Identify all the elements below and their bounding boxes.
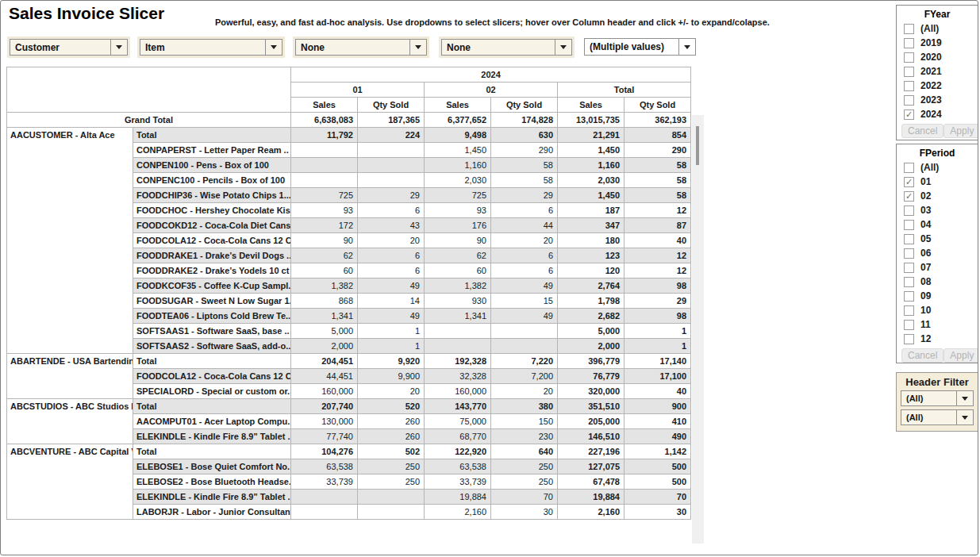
value-cell: 2,160 xyxy=(425,505,491,520)
unchecked-checkbox-icon[interactable] xyxy=(904,24,914,34)
value-cell: 58 xyxy=(625,173,691,188)
measure-header-sales: Sales xyxy=(291,98,358,113)
chevron-down-icon[interactable] xyxy=(956,391,973,405)
chevron-down-icon[interactable] xyxy=(110,40,127,55)
value-cell: 123 xyxy=(558,248,625,263)
fperiod-option-08[interactable]: 08 xyxy=(897,275,978,289)
period-column-header-01[interactable]: 01 xyxy=(291,83,425,98)
value-cell: 725 xyxy=(425,188,491,203)
vertical-scrollbar[interactable] xyxy=(692,115,704,544)
measure-header-qty: Qty Sold xyxy=(491,98,558,113)
fperiod-option-all[interactable]: (All) xyxy=(897,160,978,175)
fyear-option-2024[interactable]: ✓2024 xyxy=(897,107,978,121)
unchecked-checkbox-icon[interactable] xyxy=(904,163,914,173)
chevron-down-icon[interactable] xyxy=(555,40,571,55)
value-cell: 70 xyxy=(491,490,558,505)
unchecked-checkbox-icon[interactable] xyxy=(904,67,914,77)
fyear-option-2019[interactable]: 2019 xyxy=(897,36,978,50)
slicer-dropdown-1[interactable]: Customer xyxy=(10,39,128,56)
option-label: 02 xyxy=(920,190,931,202)
unchecked-checkbox-icon[interactable] xyxy=(904,248,914,259)
fperiod-option-11[interactable]: 11 xyxy=(897,317,978,332)
fyear-option-2020[interactable]: 2020 xyxy=(897,50,978,64)
fperiod-option-10[interactable]: 10 xyxy=(897,303,978,317)
item-label: FOODKCOF35 - Coffee K-Cup Sampl.. xyxy=(133,278,291,294)
grand-total-row: Grand Total 6,638,083 187,365 6,377,652 … xyxy=(7,113,691,128)
value-cell: 21,291 xyxy=(558,128,625,143)
item-label: FOODCHOC - Hershey Chocolate Kis.. xyxy=(133,203,291,218)
value-cell: 122,920 xyxy=(425,444,491,459)
value-cell: 13,015,735 xyxy=(558,113,625,128)
fperiod-option-12[interactable]: 12 xyxy=(897,332,978,346)
unchecked-checkbox-icon[interactable] xyxy=(904,95,914,106)
fperiod-cancel-button[interactable]: Cancel xyxy=(901,348,943,363)
fperiod-option-02[interactable]: ✓02 xyxy=(897,189,978,203)
total-row-label: Total xyxy=(133,399,291,414)
fyear-option-2023[interactable]: 2023 xyxy=(897,93,978,107)
item-label: FOODTEA06 - Liptons Cold Brew Te.. xyxy=(133,309,291,324)
fyear-apply-button[interactable]: Apply xyxy=(943,124,978,138)
table-row: ABCVENTURE - ABC Capital VenturesTotal10… xyxy=(7,444,691,459)
slicer-dropdown-3[interactable]: None xyxy=(295,39,427,56)
value-cell: 1,160 xyxy=(558,158,625,173)
period-column-header-total[interactable]: Total xyxy=(558,83,691,98)
fyear-option-2022[interactable]: 2022 xyxy=(897,79,978,93)
value-cell: 12 xyxy=(625,248,691,263)
period-column-header-02[interactable]: 02 xyxy=(425,83,558,98)
checked-checkbox-icon[interactable]: ✓ xyxy=(904,109,914,120)
unchecked-checkbox-icon[interactable] xyxy=(904,81,914,91)
value-cell: 1,450 xyxy=(558,188,625,203)
slicer-dropdown-4[interactable]: None xyxy=(441,39,572,56)
value-cell: 11,792 xyxy=(291,128,358,143)
fperiod-option-04[interactable]: 04 xyxy=(897,217,978,232)
customer-label: ABCSTUDIOS - ABC Studios Inc xyxy=(7,399,133,444)
fyear-cancel-button[interactable]: Cancel xyxy=(901,124,943,138)
unchecked-checkbox-icon[interactable] xyxy=(904,263,914,273)
year-column-header[interactable]: 2024 xyxy=(291,67,691,83)
unchecked-checkbox-icon[interactable] xyxy=(904,206,914,216)
value-cell: 900 xyxy=(625,399,691,414)
fperiod-option-09[interactable]: 09 xyxy=(897,289,978,303)
chevron-down-icon[interactable] xyxy=(265,40,282,55)
unchecked-checkbox-icon[interactable] xyxy=(904,234,914,244)
checked-checkbox-icon[interactable]: ✓ xyxy=(904,177,914,187)
header-filter-dropdown-1[interactable]: (All) xyxy=(901,390,974,406)
fyear-option-2021[interactable]: 2021 xyxy=(897,64,978,79)
unchecked-checkbox-icon[interactable] xyxy=(904,52,914,63)
chevron-down-icon[interactable] xyxy=(409,40,426,55)
value-cell xyxy=(358,143,425,158)
value-cell: 130,000 xyxy=(291,414,358,429)
value-cell: 12 xyxy=(625,263,691,278)
unchecked-checkbox-icon[interactable] xyxy=(904,220,914,230)
chevron-down-icon[interactable] xyxy=(956,410,973,424)
header-filter-dropdown-2[interactable]: (All) xyxy=(901,409,974,425)
value-cell: 63,538 xyxy=(425,459,491,474)
unchecked-checkbox-icon[interactable] xyxy=(904,277,914,287)
checked-checkbox-icon[interactable]: ✓ xyxy=(904,191,914,202)
fperiod-option-05[interactable]: 05 xyxy=(897,232,978,246)
value-cell: 44,451 xyxy=(291,369,358,384)
fperiod-option-06[interactable]: 06 xyxy=(897,246,978,260)
header-filter-dropdown-2-value: (All) xyxy=(901,410,956,424)
value-cell: 320,000 xyxy=(558,384,625,399)
value-cell: 490 xyxy=(625,429,691,444)
unchecked-checkbox-icon[interactable] xyxy=(904,305,914,316)
measures-dropdown[interactable]: (Multiple values) xyxy=(584,38,696,56)
value-cell: 207,740 xyxy=(291,399,358,414)
fperiod-apply-button[interactable]: Apply xyxy=(943,348,978,363)
fperiod-option-01[interactable]: ✓01 xyxy=(897,175,978,189)
unchecked-checkbox-icon[interactable] xyxy=(904,38,914,48)
fperiod-option-03[interactable]: 03 xyxy=(897,203,978,217)
scrollbar-thumb[interactable] xyxy=(696,126,699,165)
unchecked-checkbox-icon[interactable] xyxy=(904,320,914,330)
slicer-dropdown-2[interactable]: Item xyxy=(140,39,282,56)
value-cell: 29 xyxy=(625,294,691,309)
unchecked-checkbox-icon[interactable] xyxy=(904,334,914,344)
fyear-option-all[interactable]: (All) xyxy=(897,21,978,36)
option-label: 2021 xyxy=(920,66,942,77)
fperiod-option-07[interactable]: 07 xyxy=(897,260,978,275)
unchecked-checkbox-icon[interactable] xyxy=(904,291,914,302)
value-cell: 5,000 xyxy=(291,324,358,339)
chevron-down-icon[interactable] xyxy=(678,39,695,55)
value-cell: 44 xyxy=(491,218,558,233)
